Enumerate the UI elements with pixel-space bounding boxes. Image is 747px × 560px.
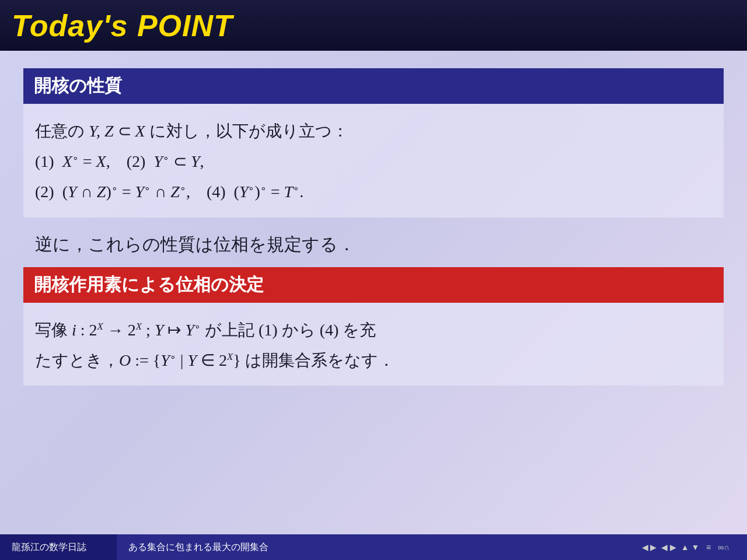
section-1-line3: (2) (Y ∩ Z)∘ = Y∘ ∩ Z∘, (4) (Y∘)∘ = T∘. xyxy=(35,178,712,205)
section-1-header: 開核の性質 xyxy=(23,68,724,104)
section-1-line2: (1) X∘ = X, (2) Y∘ ⊂ Y, xyxy=(35,148,712,175)
footer-subtitle: ある集合に包まれる最大の開集合 xyxy=(128,541,268,554)
section-2-content: 写像 i : 2X → 2X ; Y ↦ Y∘ が上記 (1) から (4) を… xyxy=(23,303,724,386)
header-bar: Today's POINT xyxy=(0,0,747,51)
nav-icons: ◀ ▶ ◀ ▶ ▲ ▼ ≡ ∞∩ xyxy=(642,542,730,552)
middle-text: 逆に，これらの性質は位相を規定する． xyxy=(23,220,724,267)
footer-author: 龍孫江の数学日誌 xyxy=(12,541,86,554)
footer-left: 龍孫江の数学日誌 xyxy=(0,534,117,560)
section-1: 開核の性質 任意の Y, Z ⊂ X に対し，以下が成り立つ： (1) X∘ =… xyxy=(23,68,724,218)
section-1-content: 任意の Y, Z ⊂ X に対し，以下が成り立つ： (1) X∘ = X, (2… xyxy=(23,104,724,218)
footer: 龍孫江の数学日誌 ある集合に包まれる最大の開集合 ◀ ▶ ◀ ▶ ▲ ▼ ≡ ∞… xyxy=(0,534,747,560)
footer-right: ある集合に包まれる最大の開集合 ◀ ▶ ◀ ▶ ▲ ▼ ≡ ∞∩ xyxy=(117,534,747,560)
section-2-line2: たすとき，O := {Y∘ | Y ∈ 2X} は開集合系をなす． xyxy=(35,347,712,374)
main-content: 開核の性質 任意の Y, Z ⊂ X に対し，以下が成り立つ： (1) X∘ =… xyxy=(0,51,747,534)
section-2-header: 開核作用素による位相の決定 xyxy=(23,267,724,303)
section-2: 開核作用素による位相の決定 写像 i : 2X → 2X ; Y ↦ Y∘ が上… xyxy=(23,267,724,386)
footer-nav: ◀ ▶ ◀ ▶ ▲ ▼ ≡ ∞∩ xyxy=(642,542,736,552)
page-title: Today's POINT xyxy=(12,8,233,43)
section-1-line1: 任意の Y, Z ⊂ X に対し，以下が成り立つ： xyxy=(35,118,712,145)
section-2-line1: 写像 i : 2X → 2X ; Y ↦ Y∘ が上記 (1) から (4) を… xyxy=(35,317,712,344)
